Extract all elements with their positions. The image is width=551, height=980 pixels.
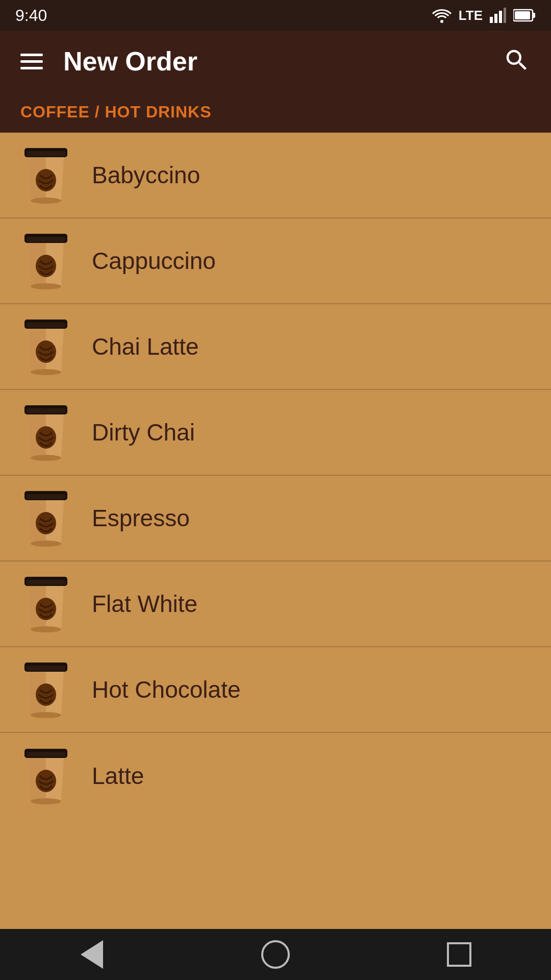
bottom-nav: [0, 929, 551, 980]
lte-label: LTE: [459, 8, 483, 23]
svg-point-0: [440, 20, 443, 23]
coffee-cup-icon: [20, 748, 71, 804]
menu-item[interactable]: Babyccino: [0, 133, 551, 218]
menu-item-label: Latte: [92, 762, 144, 790]
svg-rect-13: [27, 237, 65, 242]
back-button[interactable]: [71, 934, 112, 975]
app-bar: New Order: [0, 31, 551, 92]
menu-item-label: Babyccino: [92, 161, 200, 189]
menu-item-label: Espresso: [92, 504, 190, 532]
svg-rect-33: [27, 666, 65, 671]
menu-item-label: Flat White: [92, 590, 197, 618]
svg-point-23: [31, 455, 61, 461]
svg-point-35: [31, 712, 61, 718]
home-button[interactable]: [255, 934, 296, 975]
breadcrumb-bar: COFFEE / HOT DRINKS: [0, 92, 551, 133]
svg-rect-9: [27, 151, 65, 156]
wifi-icon: [432, 8, 452, 23]
menu-item[interactable]: Espresso: [0, 476, 551, 561]
status-icons: LTE: [432, 8, 536, 23]
coffee-cup-icon: [20, 233, 71, 289]
coffee-cup-icon: [20, 404, 71, 460]
menu-item-label: Dirty Chai: [92, 419, 195, 446]
svg-rect-25: [27, 494, 65, 499]
home-icon: [261, 940, 290, 969]
back-icon: [81, 940, 103, 969]
search-button[interactable]: [503, 46, 531, 76]
svg-point-39: [31, 798, 61, 804]
svg-point-15: [31, 283, 61, 289]
recents-button[interactable]: [439, 934, 480, 975]
menu-list: Babyccino Cappuccino: [0, 133, 551, 819]
menu-item-label: Hot Chocolate: [92, 676, 241, 703]
menu-item-label: Chai Latte: [92, 333, 199, 360]
app-title: New Order: [63, 46, 197, 77]
status-time: 9:40: [15, 6, 47, 25]
svg-rect-29: [27, 580, 65, 585]
menu-item[interactable]: Flat White: [0, 561, 551, 647]
hamburger-menu-button[interactable]: [20, 50, 43, 74]
coffee-cup-icon: [20, 490, 71, 546]
svg-rect-7: [515, 11, 530, 19]
svg-point-11: [31, 198, 61, 204]
coffee-cup-icon: [20, 576, 71, 632]
signal-icon: [490, 8, 506, 23]
recents-icon: [447, 942, 471, 967]
svg-point-27: [31, 541, 61, 547]
svg-point-19: [31, 369, 61, 375]
svg-rect-2: [494, 14, 497, 23]
menu-item[interactable]: Dirty Chai: [0, 390, 551, 476]
coffee-cup-icon: [20, 318, 71, 375]
svg-rect-17: [27, 323, 65, 328]
menu-item-label: Cappuccino: [92, 247, 216, 275]
coffee-cup-icon: [20, 662, 71, 718]
status-bar: 9:40 LTE: [0, 0, 551, 31]
menu-item[interactable]: Hot Chocolate: [0, 647, 551, 733]
svg-point-31: [31, 626, 61, 632]
svg-rect-37: [27, 752, 65, 757]
svg-rect-21: [27, 408, 65, 413]
menu-item[interactable]: Chai Latte: [0, 304, 551, 390]
search-icon: [503, 46, 531, 74]
svg-rect-6: [533, 13, 535, 18]
battery-icon: [513, 9, 536, 22]
breadcrumb-text: COFFEE / HOT DRINKS: [20, 103, 212, 121]
svg-rect-1: [490, 17, 493, 23]
svg-rect-3: [499, 11, 502, 23]
coffee-cup-icon: [20, 147, 71, 203]
menu-item[interactable]: Latte: [0, 733, 551, 819]
app-bar-left: New Order: [20, 46, 197, 77]
svg-rect-4: [504, 8, 506, 23]
menu-item[interactable]: Cappuccino: [0, 218, 551, 304]
